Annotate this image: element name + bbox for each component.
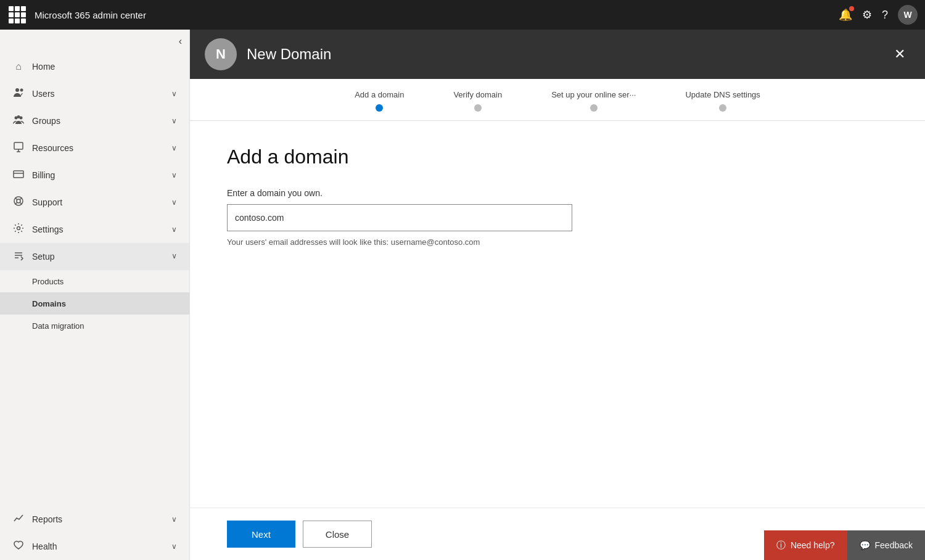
- chevron-down-icon: ∨: [171, 89, 177, 98]
- feedback-label: Feedback: [875, 540, 913, 550]
- chevron-up-icon: ∧: [171, 252, 177, 261]
- chevron-down-icon: ∨: [171, 515, 177, 524]
- chevron-down-icon: ∨: [171, 225, 177, 234]
- panel-avatar: N: [205, 38, 237, 70]
- svg-point-9: [17, 227, 20, 230]
- next-button[interactable]: Next: [227, 521, 295, 548]
- panel-close-button[interactable]: ✕: [889, 41, 910, 67]
- sidebar-item-label: Support: [32, 197, 164, 207]
- step-setup-services[interactable]: Set up your online ser···: [527, 90, 660, 120]
- sidebar-subitem-label: Products: [32, 277, 64, 286]
- sidebar-item-billing[interactable]: Billing ∨: [0, 162, 189, 189]
- sidebar-subitem-label: Domains: [32, 299, 66, 308]
- sidebar: ‹ ⌂ Home Users ∨ Groups ∨ Resources ∨: [0, 30, 190, 560]
- step-dot: [719, 104, 726, 112]
- chevron-down-icon: ∨: [171, 198, 177, 207]
- domain-input[interactable]: [227, 204, 572, 231]
- chevron-down-icon: ∨: [171, 144, 177, 152]
- topbar: Microsoft 365 admin center 🔔 ⚙ ? W: [0, 0, 925, 30]
- sidebar-item-groups[interactable]: Groups ∨: [0, 107, 189, 134]
- home-icon: ⌂: [12, 61, 25, 72]
- step-label: Verify domain: [453, 90, 502, 99]
- sidebar-item-health[interactable]: Health ∨: [0, 533, 189, 560]
- waffle-button[interactable]: [7, 5, 27, 25]
- sidebar-item-label: Groups: [32, 116, 164, 126]
- health-icon: [12, 540, 25, 553]
- step-label: Update DNS settings: [685, 90, 760, 99]
- step-verify-domain[interactable]: Verify domain: [429, 90, 527, 120]
- step-label: Set up your online ser···: [551, 90, 636, 99]
- app-title: Microsoft 365 admin center: [35, 10, 831, 20]
- svg-rect-6: [14, 171, 23, 178]
- collapse-icon: ‹: [179, 36, 182, 47]
- step-update-dns[interactable]: Update DNS settings: [660, 90, 784, 120]
- chat-icon: 💬: [860, 540, 870, 550]
- sidebar-item-users[interactable]: Users ∨: [0, 80, 189, 107]
- chevron-down-icon: ∨: [171, 171, 177, 179]
- sidebar-item-label: Health: [32, 541, 164, 551]
- steps-bar: Add a domain Verify domain Set up your o…: [190, 79, 925, 121]
- panel-section-title: Add a domain: [227, 146, 888, 168]
- sidebar-item-label: Setup: [32, 252, 164, 261]
- main-layout: ‹ ⌂ Home Users ∨ Groups ∨ Resources ∨: [0, 30, 925, 560]
- svg-point-8: [17, 199, 20, 203]
- chevron-down-icon: ∨: [171, 117, 177, 125]
- sidebar-item-label: Settings: [32, 224, 164, 234]
- groups-icon: [12, 114, 25, 128]
- sidebar-item-settings[interactable]: Settings ∨: [0, 216, 189, 243]
- billing-icon: [12, 168, 25, 182]
- sidebar-item-setup[interactable]: Setup ∧: [0, 243, 189, 270]
- sidebar-item-label: Billing: [32, 170, 164, 180]
- sidebar-item-label: Home: [32, 62, 177, 72]
- svg-point-1: [20, 89, 23, 92]
- content-area: Home N New Domain ✕ Add a domain Verify …: [190, 30, 925, 560]
- notification-dot: [849, 6, 854, 11]
- step-add-domain[interactable]: Add a domain: [330, 90, 429, 120]
- sidebar-item-reports[interactable]: Reports ∨: [0, 506, 189, 533]
- svg-rect-5: [14, 142, 23, 149]
- step-dot: [474, 104, 482, 112]
- chevron-down-icon: ∨: [171, 542, 177, 551]
- panel-body: Add a domain Enter a domain you own. You…: [190, 121, 925, 508]
- sidebar-subitem-data-migration[interactable]: Data migration: [0, 315, 189, 337]
- notifications-icon[interactable]: 🔔: [839, 8, 852, 22]
- close-button[interactable]: Close: [303, 521, 372, 548]
- svg-point-4: [17, 115, 20, 118]
- email-hint: Your users' email addresses will look li…: [227, 237, 888, 247]
- users-icon: [12, 87, 25, 101]
- sidebar-item-home[interactable]: ⌂ Home: [0, 53, 189, 80]
- settings-icon[interactable]: ⚙: [862, 8, 872, 22]
- domain-field-label: Enter a domain you own.: [227, 188, 888, 198]
- resources-icon: [12, 141, 25, 155]
- sidebar-subitem-label: Data migration: [32, 321, 84, 331]
- panel-title: New Domain: [247, 46, 889, 63]
- panel-header: N New Domain ✕: [190, 30, 925, 79]
- help-icon[interactable]: ?: [882, 9, 888, 22]
- feedback-button[interactable]: 💬 Feedback: [847, 530, 925, 560]
- svg-point-0: [15, 88, 19, 92]
- step-dot: [590, 104, 598, 112]
- step-label: Add a domain: [355, 90, 404, 99]
- setup-icon: [12, 250, 25, 263]
- sidebar-subitem-products[interactable]: Products: [0, 270, 189, 292]
- need-help-button[interactable]: ⓘ Need help?: [764, 530, 847, 560]
- sidebar-item-label: Resources: [32, 143, 164, 153]
- sidebar-subitem-domains[interactable]: Domains: [0, 292, 189, 315]
- step-dot-active: [376, 104, 383, 112]
- help-circle-icon: ⓘ: [776, 540, 786, 551]
- bottom-bar: ⓘ Need help? 💬 Feedback: [764, 530, 925, 560]
- sidebar-item-resources[interactable]: Resources ∨: [0, 134, 189, 162]
- avatar[interactable]: W: [898, 5, 918, 25]
- settings-nav-icon: [12, 223, 25, 236]
- sidebar-item-label: Users: [32, 89, 164, 99]
- sidebar-item-support[interactable]: Support ∨: [0, 189, 189, 216]
- sidebar-collapse-button[interactable]: ‹: [0, 30, 189, 53]
- new-domain-panel: N New Domain ✕ Add a domain Verify domai…: [190, 30, 925, 560]
- support-icon: [12, 196, 25, 209]
- sidebar-item-label: Reports: [32, 514, 164, 524]
- topbar-icons: 🔔 ⚙ ? W: [839, 5, 918, 25]
- reports-icon: [12, 513, 25, 526]
- need-help-label: Need help?: [791, 540, 835, 550]
